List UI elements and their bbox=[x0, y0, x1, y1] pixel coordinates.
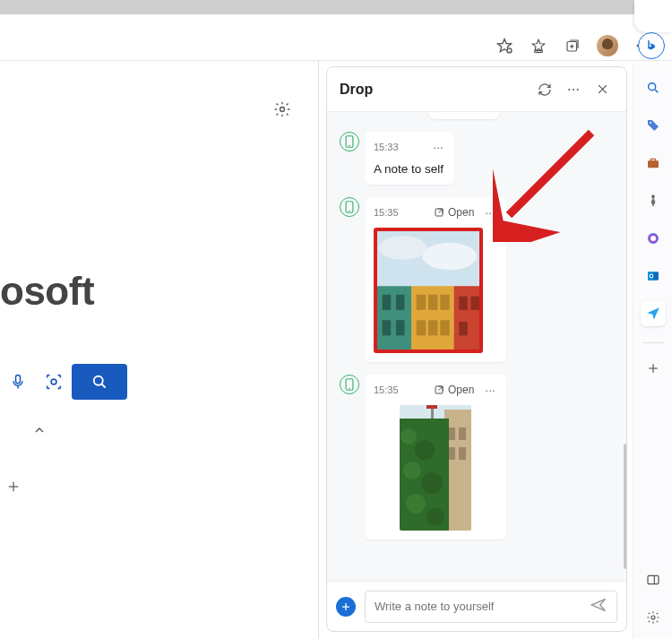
svg-rect-41 bbox=[428, 295, 437, 310]
add-site-icon[interactable] bbox=[5, 479, 22, 499]
svg-rect-47 bbox=[471, 297, 480, 310]
svg-point-84 bbox=[651, 616, 655, 619]
composer bbox=[327, 581, 626, 631]
image-thumbnail[interactable] bbox=[400, 405, 471, 531]
sidebar-divider bbox=[642, 342, 664, 343]
svg-point-19 bbox=[568, 89, 570, 91]
svg-line-52 bbox=[438, 386, 443, 391]
scrollbar-thumb[interactable] bbox=[624, 444, 626, 569]
svg-line-71 bbox=[655, 90, 658, 92]
svg-rect-40 bbox=[417, 295, 426, 310]
svg-point-12 bbox=[280, 108, 285, 112]
drop-more-icon[interactable] bbox=[562, 78, 585, 101]
profile-avatar[interactable] bbox=[597, 35, 618, 56]
svg-point-75 bbox=[650, 236, 656, 241]
chevron-up-icon[interactable] bbox=[32, 423, 47, 441]
sidebar-settings-icon[interactable] bbox=[641, 605, 666, 630]
device-badge-icon bbox=[340, 132, 359, 151]
sidebar-split-screen-icon[interactable] bbox=[641, 567, 666, 592]
open-button[interactable]: Open bbox=[434, 206, 474, 219]
svg-rect-44 bbox=[428, 320, 437, 335]
drop-messages: 15:33 ··· A note to self 15:35 Op bbox=[327, 112, 626, 581]
sidebar-search-icon[interactable] bbox=[641, 75, 666, 100]
edge-sidebar bbox=[633, 65, 672, 639]
image-card[interactable]: 15:35 Open ··· bbox=[365, 375, 506, 540]
message-image-highlighted: 15:35 Open ··· bbox=[327, 197, 623, 362]
search-button[interactable] bbox=[72, 364, 127, 400]
add-attachment-button[interactable] bbox=[336, 597, 356, 617]
note-card[interactable]: 15:33 ··· A note to self bbox=[365, 132, 454, 185]
visual-search-icon[interactable] bbox=[36, 364, 72, 400]
svg-line-29 bbox=[438, 209, 443, 213]
svg-rect-56 bbox=[459, 427, 466, 440]
message-scroll-area[interactable]: 15:33 ··· A note to self 15:35 Op bbox=[327, 112, 623, 581]
collections-icon[interactable] bbox=[563, 36, 582, 56]
svg-point-61 bbox=[415, 440, 435, 460]
drop-header: Drop bbox=[327, 67, 626, 112]
svg-point-65 bbox=[426, 508, 444, 526]
svg-rect-45 bbox=[440, 320, 449, 335]
page-settings-icon[interactable] bbox=[273, 100, 291, 122]
svg-rect-37 bbox=[396, 295, 405, 310]
svg-rect-39 bbox=[396, 320, 405, 335]
svg-rect-82 bbox=[648, 575, 659, 583]
svg-point-32 bbox=[422, 243, 477, 270]
svg-rect-57 bbox=[448, 447, 455, 460]
svg-marker-3 bbox=[532, 39, 545, 51]
open-button[interactable]: Open bbox=[434, 384, 474, 396]
message-image: 15:35 Open ··· bbox=[327, 375, 623, 540]
svg-rect-42 bbox=[440, 295, 449, 310]
tab-corner bbox=[634, 0, 672, 32]
svg-rect-35 bbox=[454, 286, 480, 350]
bing-sidebar-icon[interactable] bbox=[638, 32, 665, 59]
send-icon[interactable] bbox=[590, 596, 607, 617]
sidebar-office-icon[interactable] bbox=[641, 226, 666, 251]
svg-rect-74 bbox=[650, 159, 655, 161]
search-controls bbox=[0, 364, 127, 400]
message-more-icon[interactable]: ··· bbox=[483, 210, 497, 215]
note-text: A note to self bbox=[374, 162, 445, 176]
timestamp: 15:35 bbox=[374, 384, 399, 395]
browser-tab-strip bbox=[0, 0, 672, 14]
refresh-icon[interactable] bbox=[533, 78, 556, 101]
svg-point-14 bbox=[51, 379, 56, 384]
message-more-icon[interactable]: ··· bbox=[431, 144, 445, 150]
svg-point-63 bbox=[421, 472, 443, 494]
svg-rect-67 bbox=[426, 405, 437, 409]
svg-point-70 bbox=[648, 83, 655, 91]
previous-message-peek bbox=[429, 112, 499, 119]
open-label: Open bbox=[448, 206, 474, 219]
svg-point-62 bbox=[403, 462, 421, 479]
favorite-star-icon[interactable]: + bbox=[495, 36, 514, 56]
microphone-icon[interactable] bbox=[0, 364, 36, 400]
svg-line-16 bbox=[102, 384, 106, 388]
svg-point-60 bbox=[401, 428, 417, 445]
sidebar-shopping-icon[interactable] bbox=[641, 113, 666, 138]
svg-point-79 bbox=[650, 275, 652, 278]
favorites-icon[interactable] bbox=[529, 36, 548, 56]
compose-input[interactable] bbox=[375, 600, 590, 613]
timestamp: 15:33 bbox=[374, 142, 399, 152]
sidebar-drop-icon[interactable] bbox=[641, 301, 666, 326]
drop-title: Drop bbox=[340, 82, 528, 98]
image-thumbnail[interactable] bbox=[374, 228, 483, 353]
page-content: osoft bbox=[0, 61, 319, 639]
close-icon[interactable] bbox=[590, 78, 614, 101]
svg-rect-38 bbox=[383, 320, 392, 335]
timestamp: 15:35 bbox=[374, 207, 399, 218]
svg-point-72 bbox=[650, 122, 651, 124]
device-badge-icon bbox=[340, 375, 359, 394]
sidebar-outlook-icon[interactable] bbox=[641, 263, 666, 289]
svg-point-21 bbox=[577, 89, 579, 91]
drop-panel: Drop 15:33 ··· A note bbox=[326, 66, 627, 632]
message-note: 15:33 ··· A note to self bbox=[327, 132, 623, 185]
image-card[interactable]: 15:35 Open ··· bbox=[365, 197, 506, 362]
sidebar-tools-icon[interactable] bbox=[641, 151, 666, 176]
sidebar-add-icon[interactable] bbox=[641, 356, 666, 381]
svg-rect-13 bbox=[16, 376, 21, 384]
message-more-icon[interactable]: ··· bbox=[483, 387, 497, 393]
sidebar-games-icon[interactable] bbox=[641, 188, 666, 213]
svg-rect-58 bbox=[459, 447, 466, 460]
device-badge-icon bbox=[340, 197, 359, 217]
svg-rect-55 bbox=[448, 427, 455, 440]
